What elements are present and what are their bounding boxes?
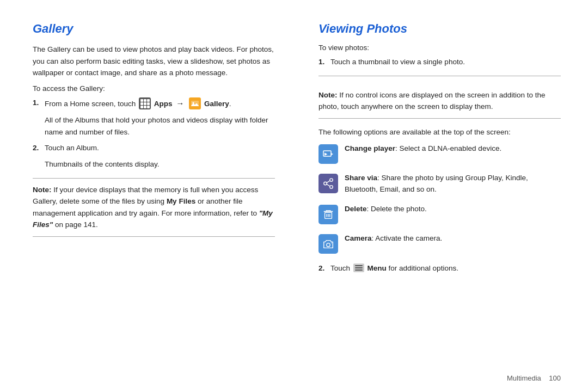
step2-number: 2. <box>33 142 45 154</box>
camera-text: Camera: Activate the camera. <box>345 233 442 244</box>
change-player-icon: ▶ <box>318 144 338 164</box>
gallery-intro: The Gallery can be used to view photos a… <box>33 44 275 79</box>
note-text3: on page 141. <box>53 220 98 229</box>
svg-point-6 <box>330 179 333 182</box>
delete-text: Delete: Delete the photo. <box>345 204 427 215</box>
right-step1-item: 1. Touch a thumbnail to view a single ph… <box>318 56 561 68</box>
access-label: To access the Gallery: <box>33 84 275 93</box>
step1-gallery-label: Gallery <box>204 100 229 108</box>
right-note-text: If no control icons are displayed on the… <box>318 91 546 111</box>
note-label: Note: <box>33 186 52 194</box>
step1-arrow: → <box>176 99 184 108</box>
svg-point-7 <box>324 182 327 186</box>
divider-1 <box>318 76 561 76</box>
right-note-label: Note: <box>318 91 338 99</box>
right-note-box: Note: If no control icons are displayed … <box>318 84 561 119</box>
camera-row: Camera: Activate the camera. <box>318 233 561 254</box>
delete-row: Delete: Delete the photo. <box>318 204 561 224</box>
viewing-photos-title: Viewing Photos <box>318 22 561 36</box>
camera-desc: : Activate the camera. <box>372 234 443 242</box>
step2-suffix: for additional options. <box>389 264 458 272</box>
gallery-icon <box>189 97 201 109</box>
apps-icon <box>139 97 151 109</box>
following-text: The following options are available at t… <box>318 126 561 138</box>
gallery-title: Gallery <box>33 22 275 36</box>
share-row: Share via: Share the photo by using Grou… <box>318 173 561 195</box>
step2-prefix: Touch <box>330 264 352 272</box>
camera-label: Camera <box>345 234 372 242</box>
change-player-row: ▶ Change player: Select a DLNA-enabled d… <box>318 143 561 164</box>
camera-icon <box>318 234 338 254</box>
change-player-label: Change player <box>345 144 395 152</box>
svg-line-10 <box>327 185 330 187</box>
delete-label: Delete <box>345 205 367 213</box>
step1-content: From a Home screen, touch Apps → <box>45 97 275 110</box>
right-column: Viewing Photos To view photos: 1. Touch … <box>308 22 561 376</box>
right-step2-item: 2. Touch Menu for additional options. <box>318 262 561 274</box>
svg-point-17 <box>331 242 332 243</box>
left-column: Gallery The Gallery can be used to view … <box>33 22 286 376</box>
right-step1-number: 1. <box>318 56 330 68</box>
change-player-text: Change player: Select a DLNA-enabled dev… <box>345 143 501 154</box>
share-label: Share via <box>345 174 377 182</box>
step2-content: Touch an Album. <box>45 142 275 154</box>
svg-text:▶: ▶ <box>324 152 328 156</box>
footer-text: Multimedia <box>507 374 541 382</box>
share-text: Share via: Share the photo by using Grou… <box>345 173 561 195</box>
right-step1-content: Touch a thumbnail to view a single photo… <box>330 56 561 68</box>
to-view-label: To view photos: <box>318 44 561 52</box>
step2-item: 2. Touch an Album. <box>33 142 275 154</box>
footer: Multimedia 100 <box>507 374 561 382</box>
svg-point-8 <box>330 186 333 189</box>
note-bold1: My Files <box>167 197 195 205</box>
svg-marker-3 <box>331 153 333 155</box>
step2-menu-label: Menu <box>367 264 387 272</box>
step1-suffix: . <box>229 100 231 108</box>
change-player-desc: : Select a DLNA-enabled device. <box>395 144 501 152</box>
delete-desc: : Delete the photo. <box>367 205 427 213</box>
svg-point-16 <box>327 243 330 247</box>
step1-prefix: From a Home screen, touch <box>45 100 138 108</box>
share-icon <box>318 174 338 193</box>
step1-number: 1. <box>33 97 45 110</box>
menu-icon <box>353 264 364 272</box>
right-step2-number: 2. <box>318 262 330 274</box>
step1-apps-label: Apps <box>154 100 173 108</box>
delete-icon <box>318 205 338 224</box>
footer-page: 100 <box>549 374 561 382</box>
svg-line-9 <box>327 181 330 183</box>
step1-indent: All of the Albums that hold your photos … <box>45 114 275 138</box>
step2-indent: Thumbnails of the contents display. <box>45 158 275 170</box>
note-box: Note: If your device displays that the m… <box>33 178 275 237</box>
right-step2-content: Touch Menu for additional options. <box>330 262 561 274</box>
step1-item: 1. From a Home screen, touch Apps → <box>33 97 275 110</box>
